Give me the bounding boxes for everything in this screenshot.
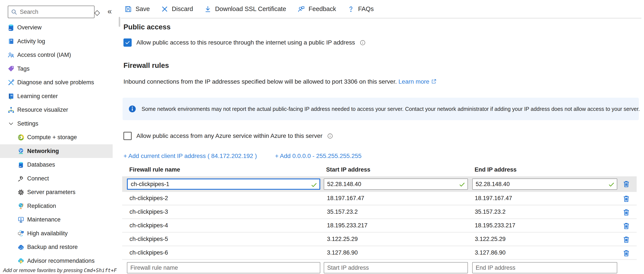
chevron-down-icon xyxy=(7,120,15,128)
sidebar-item-resource-visualizer[interactable]: Resource visualizer xyxy=(0,103,113,117)
sidebar-item-overview[interactable]: My Overview xyxy=(0,21,113,35)
sidebar-item-diagnose[interactable]: Diagnose and solve problems xyxy=(0,76,113,90)
valid-check-icon xyxy=(311,182,317,188)
delete-rule-button[interactable] xyxy=(622,221,631,231)
networking-icon xyxy=(17,147,25,155)
end-ip-input[interactable] xyxy=(473,179,617,189)
discard-button[interactable]: Discard xyxy=(161,6,193,13)
end-ip-cell: 3.122.25.29 xyxy=(475,236,506,242)
table-row: ch-clickpipes-3 35.157.23.2 35.157.23.2 xyxy=(122,205,637,219)
sidebar-item-learning-center[interactable]: 101 Learning center xyxy=(0,90,113,103)
search-icon xyxy=(11,9,17,15)
column-header-end: End IP address xyxy=(474,166,517,173)
sidebar-item-advisor[interactable]: Advisor recommendations xyxy=(0,254,113,268)
delete-rule-button[interactable] xyxy=(622,208,631,217)
delete-rule-button[interactable] xyxy=(622,179,631,189)
info-icon[interactable] xyxy=(327,133,333,139)
sidebar-item-maintenance[interactable]: Maintenance xyxy=(0,213,113,227)
databases-icon: DB xyxy=(17,161,25,169)
maintenance-icon xyxy=(17,216,25,224)
sidebar-item-label: Settings xyxy=(17,120,38,127)
feedback-icon xyxy=(298,5,305,13)
dock-icon[interactable]: ◇ xyxy=(94,9,100,16)
new-start-ip-wrap xyxy=(324,262,468,273)
public-access-checkbox-label: Allow public access to this resource thr… xyxy=(136,39,355,46)
new-rule-name-wrap xyxy=(127,262,320,273)
replication-icon xyxy=(17,202,25,210)
mysql-server-icon: My xyxy=(7,24,15,32)
azure-services-checkbox[interactable] xyxy=(124,132,132,140)
download-ssl-certificate-button[interactable]: Download SSL Certificate xyxy=(204,6,286,13)
sidebar-item-label: Overview xyxy=(17,24,42,31)
delete-rule-button[interactable] xyxy=(622,248,631,258)
start-ip-cell: 35.157.23.2 xyxy=(327,208,358,215)
firewall-table-header: Firewall rule name Start IP address End … xyxy=(124,166,637,175)
svg-text:101: 101 xyxy=(10,95,12,96)
new-end-ip-input[interactable] xyxy=(473,262,617,273)
sidebar-item-databases[interactable]: DB Databases xyxy=(0,158,113,172)
sidebar-item-compute-storage[interactable]: $ Compute + storage xyxy=(0,131,113,144)
sidebar-item-label: Databases xyxy=(27,161,55,168)
sidebar-item-networking[interactable]: Networking xyxy=(0,144,113,158)
end-ip-cell: 3.127.86.90 xyxy=(475,249,506,256)
rule-name-cell: ch-clickpipes-3 xyxy=(130,208,168,215)
learn-more-link[interactable]: Learn more xyxy=(398,78,429,85)
column-header-name: Firewall rule name xyxy=(129,166,180,173)
sidebar-item-label: Activity log xyxy=(17,38,45,45)
add-client-ip-link[interactable]: + Add current client IP address ( 84.172… xyxy=(124,153,257,159)
sidebar-item-tags[interactable]: Tags xyxy=(0,62,113,76)
sidebar-item-server-parameters[interactable]: Server parameters xyxy=(0,185,113,199)
valid-check-icon xyxy=(608,181,615,188)
sidebar-item-backup-restore[interactable]: Backup and restore xyxy=(0,240,113,254)
sidebar-item-label: Learning center xyxy=(17,93,58,100)
faqs-button[interactable]: FAQs xyxy=(347,6,374,13)
sidebar-item-replication[interactable]: Replication xyxy=(0,199,113,213)
sidebar-item-label: Server parameters xyxy=(27,189,76,196)
sidebar-item-connect[interactable]: Connect xyxy=(0,172,113,186)
resource-visualizer-icon xyxy=(7,106,15,114)
info-icon[interactable] xyxy=(360,40,366,46)
sidebar-item-label: Access control (IAM) xyxy=(17,52,71,58)
public-access-checkbox-row: Allow public access to this resource thr… xyxy=(124,39,366,47)
valid-check-icon xyxy=(459,181,465,188)
sidebar: Search ◇ « My Overview Activity log Acce… xyxy=(0,0,121,274)
save-button[interactable]: Save xyxy=(124,5,150,13)
search-input[interactable]: Search xyxy=(8,6,94,18)
rule-name-input[interactable] xyxy=(128,179,320,189)
sidebar-item-label: Networking xyxy=(27,148,59,154)
new-start-ip-input[interactable] xyxy=(324,262,468,273)
start-ip-input[interactable] xyxy=(324,179,468,189)
public-access-checkbox[interactable] xyxy=(124,39,132,47)
firewall-rules-list: ch-clickpipes-2 18.197.167.47 18.197.167… xyxy=(122,192,637,260)
delete-rule-button[interactable] xyxy=(622,235,631,244)
end-ip-cell: 18.197.167.47 xyxy=(475,195,512,202)
column-header-start: Start IP address xyxy=(326,166,370,173)
favorites-hint-keys: Cmd+Shift+F xyxy=(84,267,117,273)
feedback-button[interactable]: Feedback xyxy=(298,5,336,13)
delete-rule-button[interactable] xyxy=(622,194,631,203)
tag-icon xyxy=(7,65,15,73)
sidebar-item-access-control[interactable]: Access control (IAM) xyxy=(0,48,113,62)
server-parameters-icon xyxy=(17,188,25,196)
add-ip-range-link[interactable]: + Add 0.0.0.0 - 255.255.255.255 xyxy=(275,153,362,159)
start-ip-cell: 18.195.233.217 xyxy=(327,222,368,229)
favorites-hint: Add or remove favorites by pressing Cmd+… xyxy=(3,267,117,273)
external-link-icon[interactable] xyxy=(431,79,436,84)
high-availability-icon xyxy=(17,229,25,237)
new-rule-name-input[interactable] xyxy=(127,262,320,273)
sidebar-nav: My Overview Activity log Access control … xyxy=(0,21,121,268)
firewall-description: Inbound connections from the IP addresse… xyxy=(124,78,436,85)
discard-icon xyxy=(161,6,168,13)
collapse-sidebar-icon[interactable]: « xyxy=(108,8,112,15)
compute-storage-icon: $ xyxy=(17,133,25,142)
sidebar-item-high-availability[interactable]: High availability xyxy=(0,227,113,240)
sidebar-item-settings[interactable]: Settings xyxy=(0,117,113,131)
start-ip-input-wrap xyxy=(324,178,468,190)
new-end-ip-wrap xyxy=(472,262,617,273)
sidebar-item-activity-log[interactable]: Activity log xyxy=(0,35,113,48)
access-control-icon xyxy=(7,51,15,59)
start-ip-cell: 3.127.86.90 xyxy=(327,249,358,256)
question-mark-icon xyxy=(347,6,354,13)
rule-name-cell: ch-clickpipes-2 xyxy=(130,195,168,202)
table-row: ch-clickpipes-4 18.195.233.217 18.195.23… xyxy=(122,219,637,233)
